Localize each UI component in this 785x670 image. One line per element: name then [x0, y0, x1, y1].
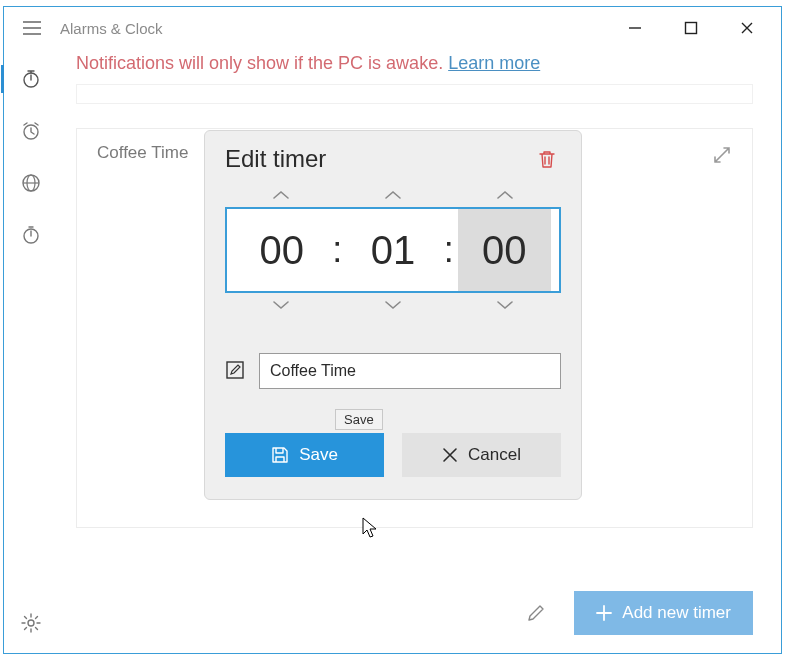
hours-segment[interactable]: 00 [235, 209, 328, 291]
sidebar-item-timer[interactable] [11, 63, 51, 95]
minimize-button[interactable] [621, 14, 649, 42]
dialog-title: Edit timer [225, 145, 326, 173]
seconds-segment[interactable]: 00 [458, 209, 551, 291]
svg-point-6 [28, 620, 34, 626]
hours-down-button[interactable] [261, 295, 301, 315]
chevron-up-row [225, 183, 561, 207]
plus-icon [596, 605, 612, 621]
trash-icon [538, 149, 556, 169]
close-icon [442, 447, 458, 463]
dialog-header: Edit timer [225, 145, 561, 173]
window-controls [621, 14, 773, 42]
seconds-up-button[interactable] [485, 185, 525, 205]
save-icon [271, 446, 289, 464]
svg-rect-0 [686, 23, 697, 34]
time-colon: : [328, 229, 346, 271]
app-title: Alarms & Clock [60, 20, 163, 37]
minutes-segment[interactable]: 01 [346, 209, 439, 291]
cancel-label: Cancel [468, 445, 521, 465]
edit-timers-button[interactable] [514, 591, 558, 635]
delete-timer-button[interactable] [533, 145, 561, 173]
cancel-button[interactable]: Cancel [402, 433, 561, 477]
notification-link[interactable]: Learn more [448, 53, 540, 73]
notification-text: Notifications will only show if the PC i… [76, 53, 448, 73]
save-label: Save [299, 445, 338, 465]
edit-name-icon [225, 360, 247, 382]
save-button[interactable]: Save [225, 433, 384, 477]
add-timer-label: Add new timer [622, 603, 731, 623]
sidebar-item-world-clock[interactable] [11, 167, 51, 199]
bottom-actions: Add new timer [514, 591, 753, 635]
seconds-down-button[interactable] [485, 295, 525, 315]
expand-icon[interactable] [712, 145, 732, 165]
add-new-timer-button[interactable]: Add new timer [574, 591, 753, 635]
nav-sidebar [4, 49, 58, 653]
chevron-down-row [225, 293, 561, 317]
time-colon: : [440, 229, 458, 271]
close-button[interactable] [733, 14, 761, 42]
spacer-strip [76, 84, 753, 104]
minutes-up-button[interactable] [373, 185, 413, 205]
hours-up-button[interactable] [261, 185, 301, 205]
time-picker[interactable]: 00 : 01 : 00 [225, 207, 561, 293]
edit-timer-dialog: Edit timer 00 : 01 : 00 [204, 130, 582, 500]
dialog-buttons: Save Save Cancel [225, 433, 561, 477]
minutes-down-button[interactable] [373, 295, 413, 315]
sidebar-item-alarm[interactable] [11, 115, 51, 147]
title-bar: Alarms & Clock [4, 7, 781, 49]
notification-banner: Notifications will only show if the PC i… [76, 53, 753, 84]
maximize-button[interactable] [677, 14, 705, 42]
save-tooltip: Save [335, 409, 383, 430]
timer-name-input[interactable] [259, 353, 561, 389]
timer-name-row [225, 353, 561, 389]
sidebar-item-stopwatch[interactable] [11, 219, 51, 251]
sidebar-item-settings[interactable] [11, 607, 51, 639]
hamburger-menu-icon[interactable] [12, 8, 52, 48]
svg-rect-7 [227, 362, 243, 378]
app-window: Alarms & Clock [3, 6, 782, 654]
